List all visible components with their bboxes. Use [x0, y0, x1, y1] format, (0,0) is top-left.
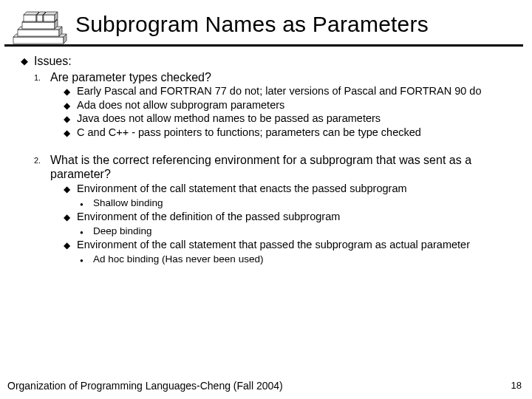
- issues-label: Issues:: [34, 54, 72, 69]
- dot-bullet-icon: ●: [80, 197, 93, 209]
- q1-point: Java does not allow method names to be p…: [77, 112, 381, 126]
- diamond-bullet-icon: ◆: [64, 99, 77, 112]
- question-2: What is the correct referencing environm…: [50, 153, 519, 182]
- q2-binding: Ad hoc binding (Has never been used): [93, 253, 263, 265]
- slide-content: ◆ Issues: 1. Are parameter types checked…: [0, 47, 532, 265]
- question-1: Are parameter types checked?: [50, 70, 211, 85]
- list-number: 2.: [34, 153, 50, 182]
- footer-text: Organization of Programming Languages-Ch…: [7, 380, 283, 392]
- dot-bullet-icon: ●: [80, 253, 93, 265]
- q2-env: Environment of the call statement that p…: [77, 239, 470, 252]
- svg-rect-6: [22, 22, 55, 29]
- q1-point: Ada does not allow subprogram parameters: [77, 99, 284, 112]
- page-number: 18: [511, 380, 525, 392]
- svg-rect-15: [44, 15, 55, 21]
- diamond-bullet-icon: ◆: [21, 54, 34, 69]
- q1-point: Early Pascal and FORTRAN 77 do not; late…: [77, 85, 482, 98]
- svg-rect-9: [24, 15, 36, 21]
- q2-binding: Deep binding: [93, 225, 152, 237]
- diamond-bullet-icon: ◆: [64, 85, 77, 98]
- q2-env: Environment of the definition of the pas…: [77, 211, 340, 224]
- slide-footer: Organization of Programming Languages-Ch…: [7, 380, 525, 392]
- diamond-bullet-icon: ◆: [64, 112, 77, 126]
- q1-point: C and C++ - pass pointers to functions; …: [77, 126, 421, 140]
- diamond-bullet-icon: ◆: [64, 183, 77, 196]
- list-number: 1.: [34, 70, 50, 85]
- svg-rect-12: [37, 15, 43, 21]
- pyramid-icon: [9, 4, 68, 44]
- diamond-bullet-icon: ◆: [64, 126, 77, 140]
- slide-title: Subprogram Names as Parameters: [68, 12, 429, 37]
- svg-rect-3: [18, 30, 59, 36]
- q2-binding: Shallow binding: [93, 197, 163, 209]
- slide-header: Subprogram Names as Parameters: [4, 0, 523, 47]
- svg-rect-0: [13, 37, 64, 44]
- diamond-bullet-icon: ◆: [64, 211, 77, 224]
- dot-bullet-icon: ●: [80, 225, 93, 237]
- q2-env: Environment of the call statement that e…: [77, 183, 407, 196]
- diamond-bullet-icon: ◆: [64, 239, 77, 252]
